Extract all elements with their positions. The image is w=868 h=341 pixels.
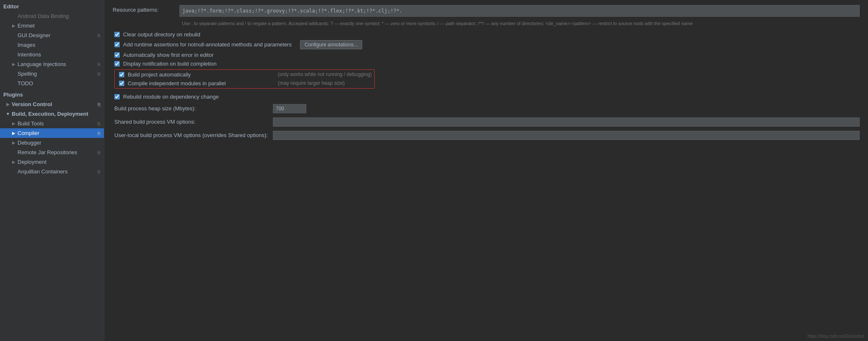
sidebar-item-remote-jar[interactable]: Remote Jar Repositories ⎘: [0, 148, 104, 157]
editor-header-label: Editor: [3, 3, 19, 10]
sidebar-item-label: Build, Execution, Deployment: [12, 111, 88, 117]
sidebar-item-debugger[interactable]: ▶ Debugger: [0, 138, 104, 148]
heap-size-row: Build process heap size (Mbytes):: [113, 104, 860, 113]
resource-patterns-hint: Use ; to separate patterns and ! to nega…: [182, 20, 860, 27]
arrow-icon: ▶: [11, 23, 17, 28]
sidebar-item-label: TODO: [18, 80, 33, 87]
sidebar-item-label: Arquillian Containers: [18, 168, 68, 175]
copy-icon: ⎘: [98, 62, 101, 67]
arrow-icon: ▶: [11, 131, 17, 135]
sidebar-item-emmet[interactable]: ▶ Emmet: [0, 21, 104, 31]
clear-output-label: Clear output directory on rebuild: [123, 31, 200, 38]
sidebar-item-compiler[interactable]: ▶ Compiler ⎘: [0, 128, 104, 138]
build-project-auto-label: Build project automatically: [128, 71, 270, 78]
shared-vm-row: Shared build process VM options:: [113, 117, 860, 127]
sidebar-item-language-injections[interactable]: ▶ Language Injections ⎘: [0, 59, 104, 69]
clear-output-row: Clear output directory on rebuild: [113, 31, 860, 38]
shared-vm-label: Shared build process VM options:: [114, 119, 273, 125]
sidebar-item-arquillian[interactable]: Arquillian Containers ⎘: [0, 167, 104, 176]
runtime-assertions-row: Add runtime assertions for notnull-annot…: [113, 40, 860, 49]
display-notification-checkbox[interactable]: [114, 61, 120, 66]
sidebar-item-label: Intentions: [18, 51, 41, 58]
user-local-vm-label: User-local build process VM options (ove…: [114, 132, 273, 138]
resource-patterns-row: Resource patterns:: [113, 5, 860, 17]
sidebar-item-label: Images: [18, 42, 35, 48]
arrow-icon: ▶: [11, 62, 17, 66]
compile-independent-checkbox[interactable]: [119, 81, 124, 86]
sidebar-item-label: GUI Designer: [18, 32, 50, 38]
arrow-icon: ▶: [11, 140, 17, 145]
sidebar-item-spelling[interactable]: Spelling ⎘: [0, 69, 104, 79]
display-notification-row: Display notification on build completion: [113, 61, 860, 67]
sidebar-item-intentions[interactable]: Intentions: [0, 50, 104, 59]
compile-independent-label: Compile independent modules in parallel: [128, 80, 270, 87]
user-local-vm-input[interactable]: [273, 131, 860, 140]
settings-sidebar: Editor Android Data Binding ▶ Emmet GUI …: [0, 0, 104, 341]
rebuild-module-checkbox[interactable]: [114, 94, 120, 99]
arrow-icon: ▼: [5, 112, 11, 116]
shared-vm-input[interactable]: [273, 117, 860, 127]
compile-independent-note: (may require larger heap size): [278, 80, 345, 86]
runtime-assertions-checkbox[interactable]: [114, 42, 120, 47]
sidebar-item-build-execution-deployment[interactable]: ▼ Build, Execution, Deployment: [0, 109, 104, 119]
auto-show-error-label: Automatically show first error in editor: [123, 52, 214, 58]
copy-icon: ⎘: [98, 71, 101, 76]
build-project-auto-note: (only works while not running / debuggin…: [278, 71, 372, 77]
arrow-icon: ▶: [11, 121, 17, 126]
build-project-auto-row: Build project automatically (only works …: [117, 71, 372, 78]
rebuild-module-label: Rebuild module on dependency change: [123, 94, 219, 100]
sidebar-item-todo[interactable]: TODO: [0, 79, 104, 88]
sidebar-item-label: Language Injections: [18, 61, 66, 67]
copy-icon: ⎘: [98, 150, 101, 155]
sidebar-item-label: Remote Jar Repositories: [18, 149, 77, 155]
rebuild-module-row: Rebuild module on dependency change: [113, 94, 860, 100]
sidebar-item-version-control[interactable]: ▶ Version Control ⎘: [0, 99, 104, 109]
sidebar-item-label: Build Tools: [18, 120, 44, 127]
sidebar-item-label: Debugger: [18, 140, 41, 146]
sidebar-item-build-tools[interactable]: ▶ Build Tools ⎘: [0, 119, 104, 128]
settings-main-content: Resource patterns: Use ; to separate pat…: [104, 0, 868, 341]
copy-icon: ⎘: [98, 169, 101, 174]
resource-patterns-label: Resource patterns:: [113, 5, 179, 13]
arrow-icon: ▶: [11, 160, 17, 164]
runtime-assertions-label: Add runtime assertions for notnull-annot…: [123, 41, 292, 48]
copy-icon: ⎘: [98, 102, 101, 107]
build-project-auto-checkbox[interactable]: [119, 72, 124, 77]
arrow-icon: ▶: [5, 102, 11, 107]
auto-show-error-row: Automatically show first error in editor: [113, 52, 860, 58]
sidebar-item-label: Deployment: [18, 159, 46, 165]
copy-icon: ⎘: [98, 131, 101, 136]
sidebar-item-gui-designer[interactable]: GUI Designer ⎘: [0, 31, 104, 40]
watermark: https://blog.csdn.net/Guesshat: [807, 334, 864, 338]
sidebar-item-label: Version Control: [12, 101, 52, 107]
sidebar-header-editor: Editor: [0, 2, 104, 11]
sidebar-item-deployment[interactable]: ▶ Deployment: [0, 157, 104, 167]
copy-icon: ⎘: [98, 33, 101, 38]
sidebar-item-label: Spelling: [18, 71, 37, 77]
sidebar-item-label: Emmet: [18, 23, 35, 29]
sidebar-item-images[interactable]: Images: [0, 40, 104, 50]
resource-patterns-input[interactable]: [179, 5, 860, 17]
sidebar-item-label: Compiler: [18, 130, 39, 136]
sidebar-item-android-data-binding[interactable]: Android Data Binding: [0, 11, 104, 21]
auto-show-error-checkbox[interactable]: [114, 52, 120, 58]
copy-icon: ⎘: [98, 121, 101, 126]
sidebar-header-plugins: Plugins: [0, 90, 104, 99]
display-notification-label: Display notification on build completion: [123, 61, 217, 67]
user-local-vm-row: User-local build process VM options (ove…: [113, 131, 860, 140]
red-border-box: Build project automatically (only works …: [114, 69, 375, 89]
clear-output-checkbox[interactable]: [114, 32, 120, 37]
sidebar-item-label: Android Data Binding: [18, 13, 69, 19]
plugins-header-label: Plugins: [3, 92, 23, 98]
heap-size-label: Build process heap size (Mbytes):: [114, 105, 273, 112]
heap-size-input[interactable]: [273, 104, 306, 113]
compile-independent-row: Compile independent modules in parallel …: [117, 80, 372, 87]
configure-annotations-button[interactable]: Configure annotations...: [300, 40, 362, 49]
